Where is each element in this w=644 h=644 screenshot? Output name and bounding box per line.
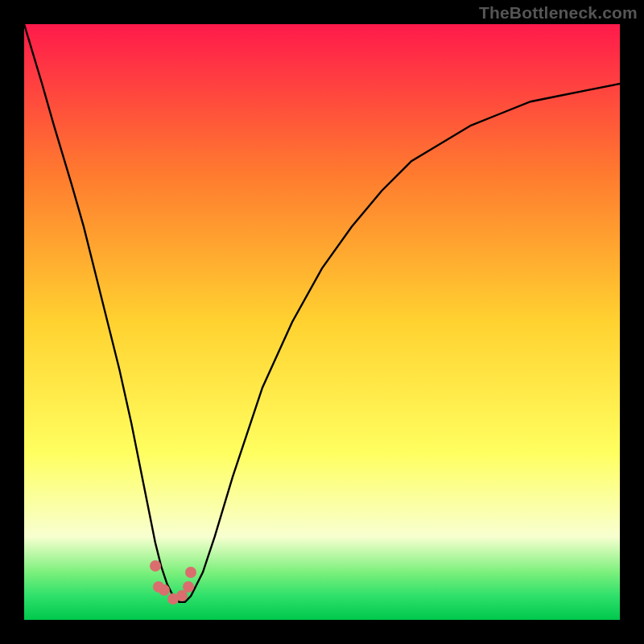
highlight-dot xyxy=(183,581,194,592)
bottleneck-curve xyxy=(24,24,620,620)
curve-path xyxy=(24,24,620,602)
highlight-dot xyxy=(153,581,164,592)
highlight-dot xyxy=(150,560,161,572)
chart-frame: TheBottleneck.com xyxy=(0,0,644,644)
attribution-text: TheBottleneck.com xyxy=(479,3,638,23)
plot-area xyxy=(24,24,620,620)
highlight-dot xyxy=(185,567,196,578)
